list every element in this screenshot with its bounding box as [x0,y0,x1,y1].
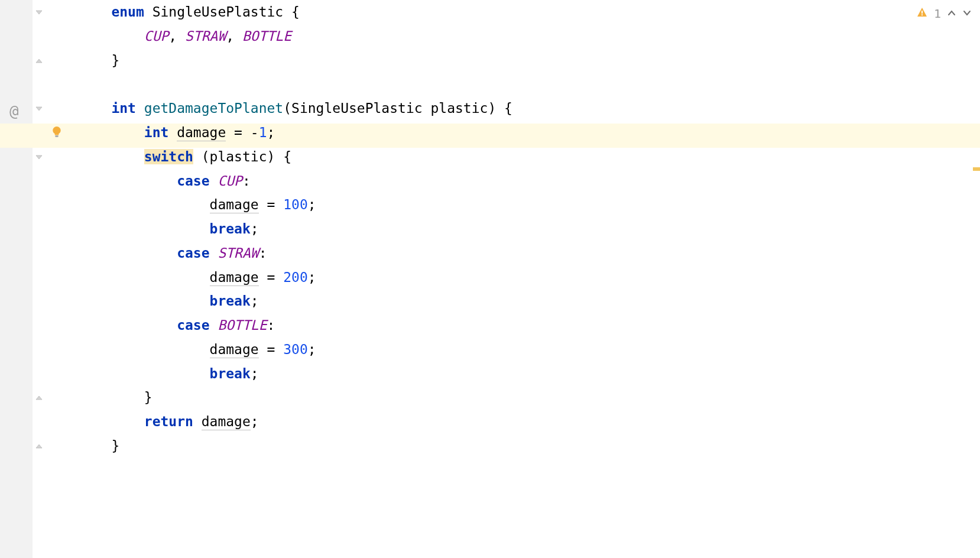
line-number-gutter: @ [0,0,33,558]
fold-expand-icon[interactable] [35,105,43,113]
warning-icon[interactable] [916,6,928,21]
intention-bulb-icon[interactable] [51,125,62,141]
code-line[interactable]: return damage; [51,410,980,434]
code-line[interactable]: } [51,48,980,73]
code-line[interactable]: case BOTTLE: [51,313,980,338]
code-line[interactable]: case STRAW: [51,241,980,265]
fold-expand-icon[interactable] [35,8,43,17]
warning-count[interactable]: 1 [934,7,941,21]
code-editor[interactable]: enum SingleUsePlastic { CUP, STRAW, BOTT… [46,0,980,558]
code-line[interactable]: break; [51,217,980,241]
error-stripe-marker[interactable] [973,167,980,171]
fold-gutter [33,0,46,558]
code-line[interactable]: damage = 200; [51,265,980,289]
code-line[interactable]: switch (plastic) { [51,145,980,169]
code-line[interactable]: int getDamageToPlanet(SingleUsePlastic p… [51,96,980,121]
next-highlight-arrow[interactable] [962,8,972,20]
at-override-gutter-icon[interactable]: @ [9,102,19,120]
fold-collapse-icon[interactable] [35,442,43,450]
prev-highlight-arrow[interactable] [947,8,956,20]
fold-collapse-icon[interactable] [35,394,43,402]
code-line[interactable]: break; [51,289,980,313]
code-line[interactable]: } [51,434,980,458]
code-line[interactable]: enum SingleUsePlastic { [51,0,980,24]
code-line[interactable]: break; [51,361,980,385]
fold-collapse-icon[interactable] [35,57,43,65]
svg-rect-1 [921,11,923,14]
svg-rect-0 [55,135,59,137]
code-line[interactable]: int damage = -1; [51,121,980,145]
fold-expand-icon[interactable] [35,153,43,161]
svg-rect-2 [921,14,923,15]
code-line[interactable]: CUP, STRAW, BOTTLE [51,24,980,48]
code-line[interactable]: damage = 100; [51,193,980,217]
inspection-status-bar: 1 [916,6,972,21]
code-line[interactable]: } [51,385,980,410]
code-line[interactable]: case CUP: [51,168,980,193]
code-line[interactable] [51,72,980,96]
code-line[interactable]: damage = 300; [51,338,980,362]
